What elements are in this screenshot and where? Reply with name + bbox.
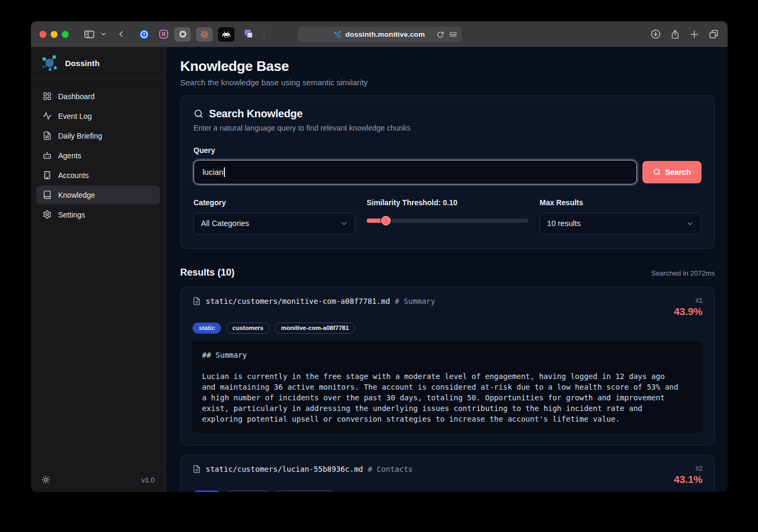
activity-icon xyxy=(43,111,52,120)
badge-row: staticcustomerslucian-55b8936c xyxy=(192,490,703,492)
squares-extension-icon[interactable] xyxy=(240,27,256,42)
search-card: Search Knowledge Enter a natural languag… xyxy=(180,95,715,249)
sidebar-item-settings[interactable]: Settings xyxy=(36,205,160,224)
app-version: v1.0 xyxy=(141,476,155,484)
tab-overview-icon[interactable] xyxy=(708,29,719,39)
category-value: All Categories xyxy=(201,219,249,228)
results-heading: Results (10) xyxy=(180,267,235,278)
file-text-icon xyxy=(192,465,201,473)
threshold-label: Similarity Threshold: 0.10 xyxy=(367,198,529,207)
building-icon xyxy=(43,171,52,180)
search-button[interactable]: Search xyxy=(642,161,701,183)
result-path: static/customers/monitive-com-a08f7781.m… xyxy=(206,297,390,305)
text-caret xyxy=(224,167,225,177)
badge-row: staticcustomersmonitive-com-a08f7781 xyxy=(192,323,703,334)
search-icon xyxy=(193,109,204,119)
claude-extension-icon[interactable] xyxy=(196,27,213,42)
brand: Dossinth xyxy=(31,47,165,79)
chevron-down-icon xyxy=(340,220,348,228)
toolbar-chevron-down-icon[interactable] xyxy=(100,31,107,37)
tag-badge: monitive-com-a08f7781 xyxy=(275,323,355,334)
new-tab-icon[interactable] xyxy=(689,29,699,39)
layout-grid-icon xyxy=(43,92,52,101)
results-list: static/customers/monitive-com-a08f7781.m… xyxy=(180,287,715,492)
back-button-icon[interactable] xyxy=(116,29,126,39)
sidebar-item-label: Dashboard xyxy=(58,92,95,101)
sidebar-item-agents[interactable]: Agents xyxy=(36,146,160,165)
result-rank: #1 xyxy=(674,297,703,304)
results-timing: Searched in 2072ms xyxy=(651,269,715,277)
search-card-title: Search Knowledge xyxy=(209,108,303,120)
sidebar-item-label: Daily Briefing xyxy=(58,132,102,140)
browser-window: R xyxy=(31,21,728,492)
sidebar-item-accounts[interactable]: Accounts xyxy=(36,166,160,184)
password-manager-extension-icon[interactable] xyxy=(139,29,150,40)
threshold-thumb[interactable] xyxy=(381,216,391,225)
sidebar-item-daily-briefing[interactable]: Daily Briefing xyxy=(36,126,160,145)
dossinth-logo-icon xyxy=(41,54,59,72)
invader-extension-icon[interactable] xyxy=(218,27,235,42)
result-section: # Contacts xyxy=(368,465,413,473)
zoom-window-button[interactable] xyxy=(62,31,69,38)
tag-badge: customers xyxy=(226,490,270,492)
r-extension-icon[interactable]: R xyxy=(158,29,169,39)
result-content: ## Summary Lucian is currently in the fr… xyxy=(192,341,703,433)
max-results-label: Max Results xyxy=(539,198,701,207)
toolbar-divider xyxy=(264,30,264,38)
threshold-track[interactable] xyxy=(367,219,529,223)
query-input[interactable]: lucian xyxy=(193,160,637,184)
sidebar-item-event-log[interactable]: Event Log xyxy=(36,107,160,125)
sidebar-nav: DashboardEvent LogDaily BriefingAgentsAc… xyxy=(31,79,165,224)
tag-badge: lucian-55b8936c xyxy=(275,490,335,492)
sidebar-item-knowledge[interactable]: Knowledge xyxy=(36,186,160,204)
sidebar-item-label: Accounts xyxy=(58,171,89,180)
tag-badge: static xyxy=(192,490,221,492)
result-score: 43.1% xyxy=(674,474,703,486)
reload-icon[interactable] xyxy=(437,31,444,38)
page-subtitle: Search the knowledge base using semantic… xyxy=(180,78,715,87)
result-card[interactable]: static/customers/lucian-55b8936c.md # Co… xyxy=(180,455,715,492)
traffic-lights xyxy=(39,31,69,38)
tag-badge: static xyxy=(192,323,221,334)
chevron-down-icon xyxy=(686,220,694,228)
sidebar-toggle-icon[interactable] xyxy=(84,29,95,40)
file-text-icon xyxy=(43,131,52,140)
result-path: static/customers/lucian-55b8936c.md xyxy=(206,465,363,473)
theme-toggle-sun-icon[interactable] xyxy=(42,475,50,484)
category-label: Category xyxy=(193,198,356,207)
file-text-icon xyxy=(192,297,201,305)
chatgpt-extension-icon[interactable] xyxy=(174,27,191,42)
reader-mode-icon[interactable] xyxy=(449,30,457,39)
sidebar-footer: v1.0 xyxy=(31,467,165,492)
result-rank: #2 xyxy=(674,465,703,472)
book-icon xyxy=(43,190,52,199)
settings-icon xyxy=(43,210,52,219)
tag-badge: customers xyxy=(226,323,270,334)
sidebar-item-label: Event Log xyxy=(58,112,92,120)
share-icon[interactable] xyxy=(670,29,680,39)
downloads-icon[interactable] xyxy=(650,29,661,39)
close-window-button[interactable] xyxy=(39,31,46,38)
search-card-subtitle: Enter a natural language query to find r… xyxy=(193,124,701,132)
brand-name: Dossinth xyxy=(65,59,100,68)
query-label: Query xyxy=(193,146,701,155)
result-section: # Summary xyxy=(395,297,436,305)
category-select[interactable]: All Categories xyxy=(193,213,356,235)
sidebar-item-dashboard[interactable]: Dashboard xyxy=(36,87,160,106)
url-text: dossinth.monitive.com xyxy=(345,30,425,38)
minimize-window-button[interactable] xyxy=(51,31,58,38)
max-results-value: 10 results xyxy=(547,219,580,228)
svg-text:R: R xyxy=(162,31,166,37)
sidebar-item-label: Agents xyxy=(58,151,82,160)
result-card[interactable]: static/customers/monitive-com-a08f7781.m… xyxy=(180,287,715,445)
max-results-select[interactable]: 10 results xyxy=(539,213,701,235)
page-title: Knowledge Base xyxy=(180,59,715,75)
main-content: Knowledge Base Search the knowledge base… xyxy=(166,47,728,492)
search-button-label: Search xyxy=(665,168,691,176)
threshold-slider[interactable] xyxy=(367,216,529,225)
url-bar[interactable]: dossinth.monitive.com xyxy=(297,27,462,42)
browser-toolbar: R xyxy=(31,21,728,47)
query-value: lucian xyxy=(203,167,223,176)
result-score: 43.9% xyxy=(674,306,703,318)
site-favicon xyxy=(334,30,342,38)
